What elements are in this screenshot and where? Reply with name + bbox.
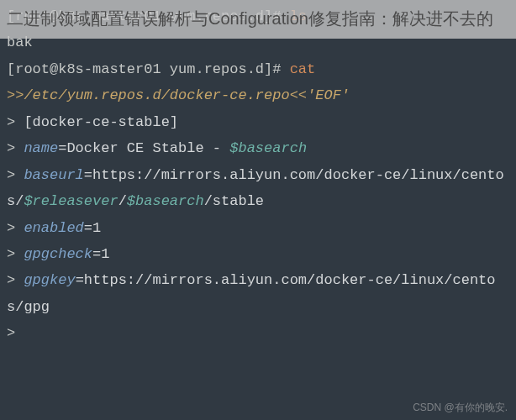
terminal-line: > gpgcheck=1 xyxy=(7,241,509,267)
heredoc-redirect: >>/etc/yum.repos.d/docker-ce.repo<<'EOF' xyxy=(7,82,509,108)
config-key: gpgkey xyxy=(24,272,75,288)
config-key: gpgcheck xyxy=(24,246,92,262)
continuation-prompt: > xyxy=(7,114,24,130)
config-value: =https://mirrors.aliyun.com/docker-ce/li… xyxy=(7,272,496,314)
overlay-title: 二进制领域配置错误解析与Configuration修复指南：解决进不去的 xyxy=(7,9,493,28)
terminal-line: > enabled=1 xyxy=(7,215,509,241)
continuation-prompt: > xyxy=(7,320,509,346)
config-value: =1 xyxy=(84,220,101,236)
command-cat: cat xyxy=(290,61,324,77)
config-value: /stable xyxy=(204,193,264,209)
terminal-output: [root@k8s-master01 yum.repos.d]# ls bak … xyxy=(0,0,516,350)
continuation-prompt: > xyxy=(7,167,24,183)
config-key: name xyxy=(24,140,58,156)
terminal-line: > [docker-ce-stable] xyxy=(7,109,509,135)
terminal-line: > baseurl=https://mirrors.aliyun.com/doc… xyxy=(7,162,509,215)
shell-var: $releasever xyxy=(24,193,118,209)
terminal-line: [root@k8s-master01 yum.repos.d]# cat xyxy=(7,56,509,82)
terminal-line: > name=Docker CE Stable - $basearch xyxy=(7,135,509,161)
overlay-banner: 二进制领域配置错误解析与Configuration修复指南：解决进不去的 xyxy=(0,0,516,39)
separator: / xyxy=(118,193,127,209)
continuation-prompt: > xyxy=(7,246,24,262)
terminal-line: > gpgkey=https://mirrors.aliyun.com/dock… xyxy=(7,267,509,320)
config-key: baseurl xyxy=(24,167,83,183)
repo-section: [docker-ce-stable] xyxy=(24,114,178,130)
shell-var: $basearch xyxy=(229,140,307,156)
config-key: enabled xyxy=(24,220,83,236)
continuation-prompt: > xyxy=(7,140,24,156)
continuation-prompt: > xyxy=(7,220,24,236)
shell-var: $basearch xyxy=(127,193,204,209)
watermark: CSDN @有你的晚安. xyxy=(413,398,508,417)
continuation-prompt: > xyxy=(7,272,24,288)
config-value: =Docker CE Stable - xyxy=(58,140,229,156)
config-value: =1 xyxy=(92,246,109,262)
shell-prompt: [root@k8s-master01 yum.repos.d]# xyxy=(7,61,290,77)
